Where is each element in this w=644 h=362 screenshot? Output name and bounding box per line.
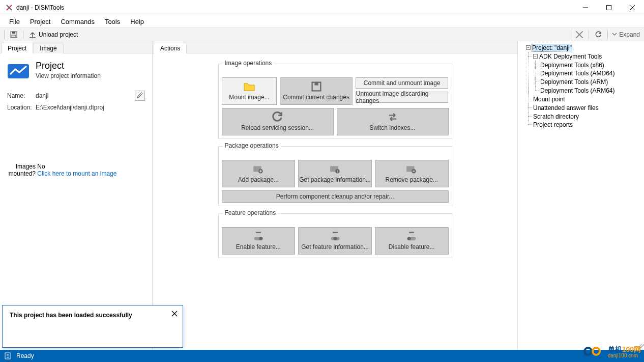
unmount-discard-button[interactable]: Unmount image discarding changes [356, 92, 449, 103]
toolbar-close-button[interactable] [572, 29, 587, 40]
tree-mount-point[interactable]: Mount point [533, 96, 565, 103]
svg-rect-16 [256, 232, 261, 233]
app-icon [5, 4, 13, 12]
minimize-button[interactable] [574, 0, 597, 15]
feature-disable-icon [405, 231, 418, 241]
value-name: danji [36, 92, 135, 99]
legend-image-ops: Image operations [223, 60, 274, 67]
tree-adk-child[interactable]: Deployment Tools (ARM64) [540, 87, 615, 94]
svg-rect-19 [333, 232, 338, 233]
label-location: Location: [7, 104, 36, 111]
client-area: Project Image Project View project infor… [0, 41, 644, 350]
group-feature-operations: Feature operations Enable feature... [218, 213, 452, 258]
expand-button[interactable]: Expand [610, 31, 642, 38]
save-icon [310, 81, 323, 92]
legend-package-ops: Package operations [223, 142, 281, 149]
project-icon [7, 61, 30, 79]
menu-commands[interactable]: Commands [55, 16, 99, 27]
maximize-button[interactable] [597, 0, 621, 15]
package-remove-icon [405, 164, 418, 174]
pencil-icon [137, 92, 143, 100]
mount-image-button[interactable]: Mount image... [222, 77, 277, 105]
edit-name-button[interactable] [135, 91, 145, 101]
tree-collapse-icon[interactable]: − [533, 54, 538, 59]
toast-message: This project has been loaded successfull… [10, 312, 132, 319]
refresh-button[interactable] [591, 29, 605, 40]
folder-icon [243, 81, 255, 92]
save-button[interactable] [7, 29, 21, 40]
close-icon [575, 31, 583, 39]
right-pane: −Project: "danji" −ADK Deployment Tools … [518, 41, 644, 350]
svg-rect-2 [12, 32, 15, 34]
center-pane: Actions Image operations Mount image... [153, 41, 518, 350]
window-title: danji - DISMTools [16, 4, 64, 11]
enable-feature-button[interactable]: Enable feature... [222, 227, 296, 255]
unload-icon [28, 31, 37, 39]
status-text: Ready [16, 352, 34, 359]
tree-collapse-icon[interactable]: − [526, 45, 531, 50]
toast: This project has been loaded successfull… [2, 305, 183, 348]
tab-project[interactable]: Project [1, 43, 33, 53]
commit-unmount-button[interactable]: Commit and unmount image [356, 77, 449, 89]
component-cleanup-button[interactable]: Perform component cleanup and/or repair.… [222, 190, 449, 203]
status-bar: Ready [0, 350, 644, 362]
switch-indexes-button[interactable]: Switch indexes... [337, 108, 449, 135]
tab-actions[interactable]: Actions [154, 43, 187, 53]
feature-enable-icon [252, 231, 265, 241]
tree-root[interactable]: Project: "danji" [532, 44, 572, 51]
refresh-icon [594, 31, 602, 39]
left-pane: Project Image Project View project infor… [0, 41, 153, 350]
center-tabs: Actions [153, 41, 517, 53]
menu-bar: File Project Commands Tools Help [0, 15, 644, 28]
tab-image[interactable]: Image [33, 43, 63, 53]
svg-point-18 [333, 237, 337, 240]
save-icon [10, 31, 18, 39]
commit-current-changes-button[interactable]: Commit current changes [280, 77, 352, 105]
package-info-icon: i [329, 164, 341, 174]
get-package-info-button[interactable]: i Get package information... [298, 160, 372, 187]
mount-image-link[interactable]: Click here to mount an image [37, 170, 116, 177]
chevron-down-icon [612, 31, 617, 38]
svg-rect-0 [607, 5, 611, 10]
switch-icon [387, 112, 399, 122]
menu-project[interactable]: Project [25, 16, 55, 27]
tree-unattended[interactable]: Unattended answer files [533, 104, 599, 112]
legend-feature-ops: Feature operations [223, 209, 278, 216]
svg-rect-22 [409, 232, 414, 233]
tree-adk-child[interactable]: Deployment Tools (x86) [540, 61, 604, 68]
svg-rect-6 [314, 82, 318, 86]
group-package-operations: Package operations Add package... i [218, 146, 452, 206]
project-tree[interactable]: −Project: "danji" −ADK Deployment Tools … [518, 41, 644, 131]
label-name: Name: [7, 92, 36, 99]
unload-project-button[interactable]: Unload project [25, 29, 81, 40]
project-heading: Project [36, 61, 101, 71]
tree-adk-child[interactable]: Deployment Tools (ARM) [540, 78, 608, 86]
menu-file[interactable]: File [4, 16, 25, 27]
svg-text:i: i [337, 170, 338, 174]
remove-package-button[interactable]: Remove package... [375, 160, 449, 187]
status-icon [4, 352, 12, 360]
package-add-icon [252, 164, 265, 174]
get-feature-info-button[interactable]: Get feature information... [298, 227, 372, 255]
add-package-button[interactable]: Add package... [222, 160, 296, 187]
tree-adk[interactable]: ADK Deployment Tools [539, 53, 602, 60]
tree-scratch[interactable]: Scratch directory [533, 113, 579, 120]
tree-reports[interactable]: Project reports [533, 121, 573, 128]
svg-point-21 [407, 237, 411, 240]
title-bar: danji - DISMTools [0, 0, 644, 15]
close-button[interactable] [621, 0, 644, 15]
toast-close-button[interactable] [170, 310, 179, 318]
value-images-mounted: No [37, 163, 45, 170]
reload-session-button[interactable]: Reload servicing session... [222, 108, 334, 135]
unload-project-label: Unload project [39, 31, 78, 38]
feature-info-icon [329, 231, 341, 241]
group-image-operations: Image operations Mount image... [218, 64, 452, 139]
menu-help[interactable]: Help [125, 16, 149, 27]
resize-grip-icon [638, 344, 644, 350]
menu-tools[interactable]: Tools [100, 16, 125, 27]
tree-adk-child[interactable]: Deployment Tools (AMD64) [540, 70, 615, 77]
disable-feature-button[interactable]: Disable feature... [375, 227, 449, 255]
svg-point-15 [259, 237, 262, 240]
label-images-mounted: Images mounted? [7, 163, 36, 177]
expand-label: Expand [619, 31, 640, 38]
